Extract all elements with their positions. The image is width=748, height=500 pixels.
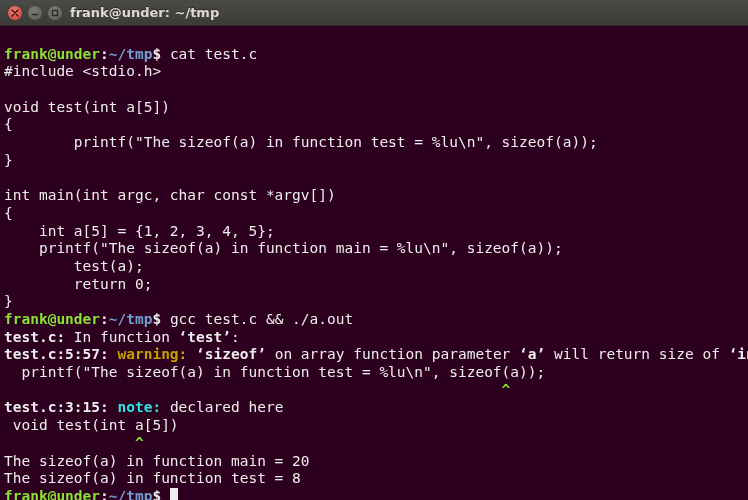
- window-controls: [8, 6, 62, 20]
- source-line: }: [4, 293, 13, 309]
- command-gcc: gcc test.c && ./a.out: [170, 311, 353, 327]
- command-cat: cat test.c: [170, 46, 257, 62]
- prompt-path: ~/tmp: [109, 46, 153, 62]
- window-titlebar: frank@under: ~/tmp: [0, 0, 748, 26]
- source-line: {: [4, 116, 13, 132]
- prompt-colon: :: [100, 488, 109, 500]
- prompt-path: ~/tmp: [109, 311, 153, 327]
- prompt-dollar: $: [152, 46, 169, 62]
- program-output: The sizeof(a) in function main = 20: [4, 453, 310, 469]
- prompt-path: ~/tmp: [109, 488, 153, 500]
- source-line: printf("The sizeof(a) in function test =…: [4, 134, 598, 150]
- compile-warning-code: printf("The sizeof(a) in function test =…: [4, 364, 545, 380]
- caret-indicator: ^: [4, 435, 144, 451]
- prompt-colon: :: [100, 46, 109, 62]
- maximize-icon[interactable]: [48, 6, 62, 20]
- cursor: [170, 488, 178, 500]
- prompt-dollar: $: [152, 311, 169, 327]
- source-line: {: [4, 205, 13, 221]
- source-line: return 0;: [4, 276, 152, 292]
- window-title: frank@under: ~/tmp: [70, 5, 219, 20]
- svg-rect-0: [53, 10, 58, 15]
- compile-note-code: void test(int a[5]): [4, 417, 179, 433]
- compile-in-function: test.c: In function ‘test’:: [4, 329, 240, 345]
- close-icon[interactable]: [8, 6, 22, 20]
- prompt-user: frank@under: [4, 488, 100, 500]
- prompt-user: frank@under: [4, 46, 100, 62]
- source-line: #include <stdio.h>: [4, 63, 161, 79]
- terminal-body[interactable]: frank@under:~/tmp$ cat test.c #include <…: [0, 26, 748, 500]
- compile-warning: test.c:5:57: warning: ‘sizeof’ on array …: [4, 346, 748, 362]
- source-line: int main(int argc, char const *argv[]): [4, 187, 336, 203]
- compile-note: test.c:3:15: note: declared here: [4, 399, 283, 415]
- source-line: void test(int a[5]): [4, 99, 170, 115]
- source-line: int a[5] = {1, 2, 3, 4, 5};: [4, 223, 275, 239]
- prompt-line: frank@under:~/tmp$ gcc test.c && ./a.out: [4, 311, 353, 327]
- program-output: The sizeof(a) in function test = 8: [4, 470, 301, 486]
- caret-indicator: ^: [4, 382, 510, 398]
- prompt-line: frank@under:~/tmp$: [4, 488, 178, 500]
- prompt-line: frank@under:~/tmp$ cat test.c: [4, 46, 257, 62]
- source-line: printf("The sizeof(a) in function main =…: [4, 240, 563, 256]
- prompt-user: frank@under: [4, 311, 100, 327]
- source-line: }: [4, 152, 13, 168]
- prompt-dollar: $: [152, 488, 169, 500]
- minimize-icon[interactable]: [28, 6, 42, 20]
- prompt-colon: :: [100, 311, 109, 327]
- source-line: test(a);: [4, 258, 144, 274]
